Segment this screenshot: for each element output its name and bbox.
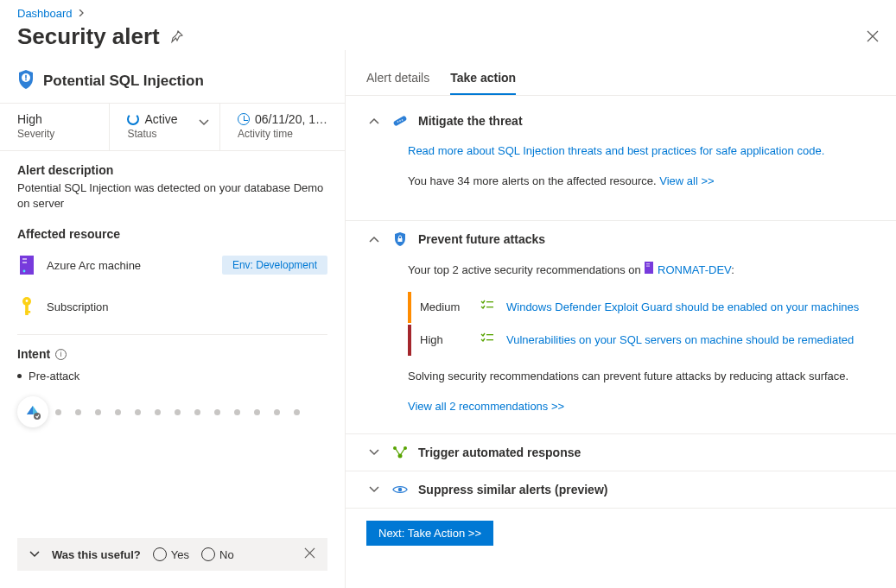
svg-rect-21 [486, 307, 493, 307]
checklist-icon [480, 297, 494, 318]
mitigate-header[interactable]: Mitigate the threat [346, 103, 896, 139]
close-icon[interactable] [867, 32, 879, 45]
tab-take-action[interactable]: Take action [450, 71, 516, 95]
svg-rect-4 [22, 258, 27, 260]
shield-icon [17, 69, 35, 92]
timeline-dot [214, 409, 220, 415]
severity-value: High [17, 112, 92, 126]
affected-resource-row[interactable]: Azure Arc machine Env: Development [17, 244, 327, 286]
severity-label: High [420, 332, 468, 350]
affected-resource-name: Azure Arc machine [47, 259, 141, 272]
status-cell[interactable]: Active Status [110, 104, 219, 150]
feedback-no[interactable]: No [201, 547, 234, 561]
timeline-dot [95, 409, 101, 415]
chevron-down-icon[interactable] [29, 548, 40, 560]
activity-time-value: 06/11/20, 1… [255, 112, 327, 126]
chevron-right-icon [78, 9, 85, 18]
prevent-view-all-link[interactable]: View all 2 recommendations >> [408, 400, 564, 413]
svg-rect-2 [25, 79, 27, 81]
trigger-header[interactable]: Trigger automated response [346, 434, 896, 471]
timeline-origin-icon[interactable] [17, 396, 48, 427]
recommendation-link[interactable]: Vulnerabilities on your SQL servers on m… [506, 332, 854, 350]
intent-item-label: Pre-attack [29, 370, 79, 383]
chevron-up-icon [366, 115, 382, 127]
checklist-icon [480, 330, 494, 351]
suppress-header[interactable]: Suppress similar alerts (preview) [346, 471, 896, 508]
alert-title: Potential SQL Injection [43, 73, 204, 90]
timeline-dot [135, 409, 141, 415]
intent-item: Pre-attack [17, 370, 327, 383]
activity-time-cell: 06/11/20, 1… Activity time [220, 104, 345, 150]
server-small-icon [644, 261, 654, 281]
close-icon[interactable] [304, 547, 315, 562]
svg-rect-23 [486, 339, 493, 340]
prevent-title: Prevent future attacks [418, 232, 545, 246]
timeline-dot [294, 409, 300, 415]
svg-rect-20 [486, 301, 493, 302]
description-heading: Alert description [17, 163, 327, 177]
svg-point-13 [397, 121, 399, 123]
recommendation-row[interactable]: High Vulnerabilities on your SQL servers… [408, 325, 875, 356]
severity-cell: High Severity [0, 104, 110, 150]
breadcrumb: Dashboard [17, 7, 879, 20]
chevron-down-icon [366, 446, 382, 458]
mitigate-title: Mitigate the threat [418, 114, 523, 128]
trigger-title: Trigger automated response [418, 446, 581, 459]
svg-point-8 [26, 300, 29, 302]
bandage-icon [392, 113, 408, 129]
timeline-dot [115, 409, 121, 415]
mitigate-alerts-text: You have 34 more alerts on the affected … [408, 174, 659, 187]
severity-label: Severity [17, 128, 92, 140]
prevent-intro: Your top 2 active security recommendatio… [408, 262, 644, 275]
prevent-resource-link[interactable]: RONMAT-DEV [658, 262, 731, 275]
timeline-dot [194, 409, 200, 415]
severity-label: Medium [420, 299, 468, 317]
shield-lock-icon [392, 231, 408, 247]
radio-icon [153, 547, 167, 561]
divider [17, 334, 327, 335]
feedback-yes[interactable]: Yes [153, 547, 189, 561]
eye-icon [392, 482, 408, 497]
feedback-question: Was this useful? [52, 548, 141, 561]
timeline-dot [254, 409, 260, 415]
chevron-down-icon [366, 484, 382, 496]
svg-point-6 [23, 270, 26, 273]
recommendation-link[interactable]: Windows Defender Exploit Guard should be… [506, 299, 859, 317]
svg-rect-5 [22, 262, 27, 263]
intent-heading: Intent [17, 347, 50, 361]
timeline-dot [55, 409, 61, 415]
mitigate-view-all-link[interactable]: View all >> [659, 174, 714, 187]
timeline-dot [234, 409, 240, 415]
environment-pill: Env: Development [222, 256, 327, 275]
prevent-outro: Solving security recommendations can pre… [408, 368, 875, 386]
affected-heading: Affected resource [17, 227, 327, 241]
activity-time-label: Activity time [238, 128, 327, 140]
recommendation-row[interactable]: Medium Windows Defender Exploit Guard sh… [408, 292, 875, 323]
info-icon[interactable]: i [55, 349, 67, 360]
server-icon [17, 253, 36, 277]
bullet-icon [17, 374, 22, 378]
status-summary: High Severity Active Status [0, 103, 345, 151]
breadcrumb-root[interactable]: Dashboard [17, 7, 73, 20]
svg-rect-9 [25, 305, 29, 315]
chevron-down-icon[interactable] [199, 116, 209, 129]
clock-icon [238, 113, 250, 125]
prevent-header[interactable]: Prevent future attacks [346, 221, 896, 257]
timeline-dot [155, 409, 161, 415]
chevron-up-icon [366, 233, 382, 245]
timeline-dot [75, 409, 81, 415]
svg-rect-1 [25, 75, 27, 79]
subscription-row[interactable]: Subscription [17, 286, 327, 327]
subscription-label: Subscription [47, 300, 109, 313]
mitigate-read-more-link[interactable]: Read more about SQL Injection threats an… [408, 144, 824, 157]
svg-point-26 [398, 453, 403, 458]
svg-rect-10 [25, 311, 30, 313]
svg-rect-19 [646, 265, 650, 266]
timeline-dot [175, 409, 181, 415]
status-label: Status [127, 128, 201, 140]
pin-icon[interactable] [170, 30, 184, 44]
tab-alert-details[interactable]: Alert details [366, 71, 429, 95]
svg-point-15 [402, 119, 404, 121]
next-take-action-button[interactable]: Next: Take Action >> [366, 521, 493, 546]
svg-rect-16 [398, 238, 403, 242]
